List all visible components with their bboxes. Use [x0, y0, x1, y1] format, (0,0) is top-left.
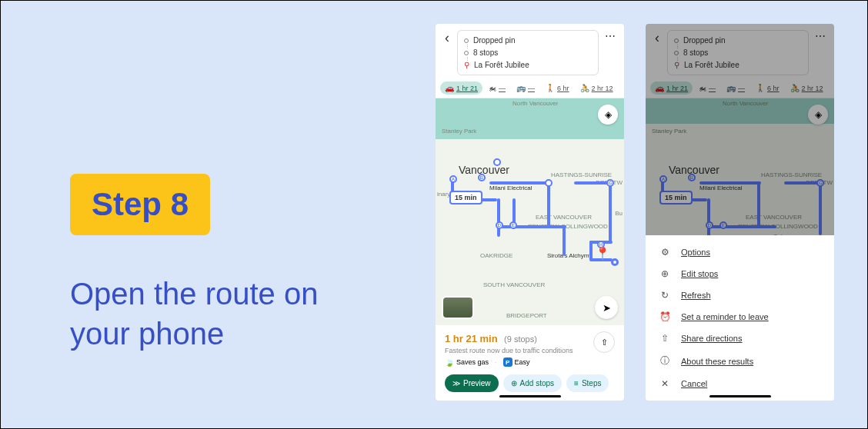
marker-a: A [449, 175, 457, 183]
destination-map-pin: 📍 [595, 246, 610, 261]
destination-pin-icon: ⚲ [464, 61, 469, 69]
walk-icon: 🚶 [546, 84, 555, 92]
menu-share-label: Share directions [681, 334, 743, 343]
menu-edit-stops-label: Edit stops [681, 269, 718, 278]
mode-car[interactable]: 🚗 1 hr 21 [440, 81, 482, 95]
time-bubble: 15 min [449, 191, 482, 205]
marker-c [493, 158, 501, 166]
map-label-east: EAST VANCOUVER [536, 214, 592, 221]
layers-button[interactable]: ◈ [598, 105, 618, 125]
phone-screenshot-menu: ‹ Dropped pin ⋮ 8 stops ⋮ ⚲ La Forêt Jub… [646, 24, 834, 401]
destination-label: La Forêt Jubilee [474, 61, 529, 69]
preview-button[interactable]: ≫ Preview [445, 374, 499, 392]
menu-options[interactable]: ⚙ Options [646, 241, 834, 263]
leaf-icon: 🍃 [445, 358, 454, 367]
marker-g: G [606, 179, 614, 187]
phone-screenshot-route: ‹ Dropped pin ⋮ 8 stops ⋮ ⚲ La Forêt Jub… [436, 24, 624, 401]
refresh-icon: ↻ [659, 290, 670, 301]
marker-f [545, 179, 553, 187]
menu-reminder-label: Set a reminder to leave [681, 312, 769, 321]
mid-dot-icon [464, 51, 469, 55]
transit-time: — [528, 85, 535, 92]
share-icon: ⇧ [659, 333, 670, 344]
motorcycle-icon: 🏍 [489, 84, 496, 92]
map-label-sirota: Sirota's Alchymy [547, 252, 592, 259]
mode-bike[interactable]: 🚴 2 hr 12 [576, 81, 618, 95]
menu-reminder[interactable]: ⏰ Set a reminder to leave [646, 306, 834, 328]
steps-icon: ≡ [574, 379, 579, 387]
saves-gas-label: Saves gas [456, 358, 489, 366]
recenter-button[interactable]: ➤ [595, 296, 618, 319]
back-button[interactable]: ‹ [440, 30, 454, 46]
alarm-icon: ⏰ [659, 311, 670, 322]
close-icon: ✕ [659, 378, 670, 389]
steps-button[interactable]: ≡ Steps [566, 374, 609, 392]
plus-circle-icon: ⊕ [659, 268, 670, 279]
bike-time: 2 hr 12 [592, 85, 613, 92]
mid-stops-label: 8 stops [473, 48, 498, 57]
home-indicator [709, 395, 771, 397]
menu-about-label: About these results [681, 357, 753, 366]
route-time: 1 hr 21 min [445, 333, 498, 344]
marker-d: D [496, 221, 503, 229]
route-summary-sheet: 1 hr 21 min (9 stops) Fastest route now … [436, 325, 624, 398]
parking-label: Easy [515, 358, 530, 366]
map-view[interactable]: Stanley Park North Vancouver Vancouver H… [436, 98, 624, 325]
home-indicator [499, 395, 561, 397]
marker-e: E [509, 221, 517, 229]
map-label-inary: inary [437, 191, 450, 198]
mode-transit[interactable]: 🚌 — [512, 81, 539, 95]
preview-icon: ≫ [452, 379, 460, 387]
menu-options-label: Options [681, 248, 710, 257]
map-label-south: SOUTH VANCOUVER [483, 281, 545, 288]
menu-cancel[interactable]: ✕ Cancel [646, 373, 834, 394]
info-icon: ⓘ [659, 354, 670, 367]
parking-icon: P [503, 358, 512, 367]
map-label-north: North Vancouver [512, 100, 558, 107]
map-label-hastings: HASTINGS-SUNRISE [551, 171, 612, 178]
stops-summary-box[interactable]: Dropped pin ⋮ 8 stops ⋮ ⚲ La Forêt Jubil… [457, 30, 599, 75]
menu-share[interactable]: ⇧ Share directions [646, 328, 834, 349]
bike-icon: 🚴 [580, 84, 589, 92]
transit-icon: 🚌 [516, 84, 526, 92]
car-icon: 🚗 [445, 84, 454, 92]
route-description: Fastest route now due to traffic conditi… [445, 347, 615, 354]
add-stops-label: Add stops [520, 379, 554, 387]
car-time: 1 hr 21 [456, 85, 478, 92]
streetview-thumbnail[interactable] [442, 296, 474, 319]
map-label-milani: Milani Electrical [489, 185, 532, 191]
mode-walk[interactable]: 🚶 6 hr [541, 81, 574, 95]
step-instruction: Open the route on your phone [70, 274, 378, 354]
more-button[interactable]: ⋯ [602, 30, 619, 42]
menu-refresh-label: Refresh [681, 291, 711, 300]
sliders-icon: ⚙ [659, 247, 670, 258]
preview-label: Preview [463, 379, 491, 387]
motorcycle-time: — [499, 85, 506, 92]
share-button[interactable]: ⇧ [593, 331, 615, 353]
map-label-bu: Bu [615, 210, 623, 217]
add-stops-icon: ⊕ [511, 379, 517, 387]
map-label-bridge: BRIDGEPORT [506, 312, 547, 319]
menu-cancel-label: Cancel [681, 379, 707, 388]
menu-edit-stops[interactable]: ⊕ Edit stops [646, 263, 834, 284]
start-label: Dropped pin [473, 36, 515, 45]
map-label-park: Stanley Park [442, 128, 476, 135]
options-menu-sheet: ⚙ Options ⊕ Edit stops ↻ Refresh ⏰ Set a… [646, 235, 834, 401]
map-label-oakridge: OAKRIDGE [480, 252, 512, 259]
marker-b: B [478, 174, 486, 181]
mode-motorcycle[interactable]: 🏍 — [484, 81, 510, 95]
travel-mode-row: 🚗 1 hr 21 🏍 — 🚌 — 🚶 6 hr 🚴 2 hr 12 [436, 78, 624, 98]
step-badge: Step 8 [70, 174, 210, 235]
dim-overlay [646, 24, 834, 244]
start-dot-icon [464, 38, 469, 43]
route-stop-count: (9 stops) [504, 334, 537, 344]
menu-refresh[interactable]: ↻ Refresh [646, 284, 834, 306]
menu-about[interactable]: ⓘ About these results [646, 349, 834, 373]
steps-label: Steps [582, 379, 602, 387]
add-stops-button[interactable]: ⊕ Add stops [503, 374, 562, 392]
marker-end [611, 258, 619, 266]
walk-time: 6 hr [557, 85, 569, 92]
